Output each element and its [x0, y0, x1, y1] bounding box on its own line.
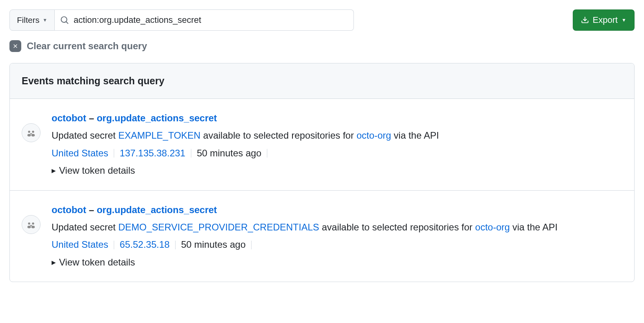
triangle-right-icon: ▶: [52, 166, 56, 175]
meta-separator: [114, 149, 114, 158]
triangle-right-icon: ▶: [52, 258, 56, 267]
svg-point-0: [28, 131, 30, 133]
secret-link[interactable]: EXAMPLE_TOKEN: [118, 130, 200, 141]
org-link[interactable]: octo-org: [475, 222, 510, 232]
svg-rect-4: [30, 133, 32, 134]
view-token-details-toggle[interactable]: ▶ View token details: [52, 163, 622, 178]
svg-point-6: [32, 222, 34, 225]
desc-mid: available to selected repositories for: [319, 222, 475, 232]
ip-link[interactable]: 137.135.38.231: [120, 146, 185, 161]
location-link[interactable]: United States: [52, 237, 108, 252]
event-description: Updated secret EXAMPLE_TOKEN available t…: [52, 128, 622, 143]
svg-point-5: [28, 222, 30, 225]
desc-prefix: Updated secret: [52, 130, 118, 141]
action-link[interactable]: org.update_actions_secret: [97, 113, 217, 123]
title-dash: –: [86, 113, 97, 123]
event-meta: United States 65.52.35.18 50 minutes ago: [52, 237, 622, 252]
desc-suffix: via the API: [391, 130, 439, 141]
title-dash: –: [86, 204, 97, 215]
meta-separator: [114, 241, 114, 249]
svg-point-8: [31, 226, 35, 228]
search-field-wrap[interactable]: [55, 9, 354, 31]
export-button[interactable]: Export ▼: [573, 9, 635, 31]
event-row: octobot – org.update_actions_secret Upda…: [10, 99, 634, 191]
secret-link[interactable]: DEMO_SERVICE_PROVIDER_CREDENTIALS: [118, 222, 319, 232]
meta-separator: [191, 149, 191, 158]
event-body: octobot – org.update_actions_secret Upda…: [52, 111, 622, 178]
svg-point-1: [32, 131, 34, 133]
location-link[interactable]: United States: [52, 146, 108, 161]
svg-point-3: [31, 134, 35, 137]
event-body: octobot – org.update_actions_secret Upda…: [52, 202, 622, 270]
action-link[interactable]: org.update_actions_secret: [97, 204, 217, 215]
panel-title: Events matching search query: [22, 75, 622, 87]
caret-down-icon: ▼: [43, 17, 47, 23]
events-panel: Events matching search query octobot – o…: [9, 63, 635, 282]
desc-prefix: Updated secret: [52, 222, 118, 232]
caret-down-icon: ▼: [622, 17, 626, 23]
event-time: 50 minutes ago: [197, 146, 261, 161]
event-description: Updated secret DEMO_SERVICE_PROVIDER_CRE…: [52, 220, 622, 235]
svg-point-2: [28, 134, 31, 137]
download-icon: [581, 16, 589, 24]
search-input[interactable]: [69, 15, 348, 25]
desc-suffix: via the API: [510, 222, 557, 232]
event-title: octobot – org.update_actions_secret: [52, 111, 622, 126]
bot-avatar-icon: [25, 127, 37, 139]
clear-search-row[interactable]: Clear current search query: [9, 40, 635, 52]
svg-point-7: [28, 226, 31, 228]
event-time: 50 minutes ago: [181, 237, 246, 252]
panel-header: Events matching search query: [10, 63, 634, 99]
view-token-details-toggle[interactable]: ▶ View token details: [52, 255, 622, 270]
bot-avatar-icon: [25, 219, 37, 230]
close-icon[interactable]: [9, 40, 21, 52]
ip-link[interactable]: 65.52.35.18: [120, 237, 170, 252]
event-meta: United States 137.135.38.231 50 minutes …: [52, 146, 622, 161]
meta-separator: [251, 241, 252, 249]
avatar[interactable]: [22, 215, 41, 234]
export-label: Export: [593, 15, 618, 25]
meta-separator: [175, 241, 176, 249]
filters-button[interactable]: Filters ▼: [9, 9, 55, 31]
toolbar: Filters ▼ Export ▼: [9, 9, 635, 31]
event-row: octobot – org.update_actions_secret Upda…: [10, 191, 634, 282]
filters-label: Filters: [17, 15, 39, 25]
desc-mid: available to selected repositories for: [200, 130, 356, 141]
clear-search-label: Clear current search query: [27, 41, 147, 52]
meta-separator: [267, 149, 267, 158]
view-token-details-label: View token details: [59, 163, 135, 178]
actor-link[interactable]: octobot: [52, 113, 86, 123]
view-token-details-label: View token details: [59, 255, 135, 270]
actor-link[interactable]: octobot: [52, 204, 86, 215]
search-icon: [60, 16, 69, 24]
avatar[interactable]: [22, 123, 41, 142]
org-link[interactable]: octo-org: [357, 130, 391, 141]
svg-rect-9: [30, 225, 32, 226]
event-title: octobot – org.update_actions_secret: [52, 202, 622, 217]
